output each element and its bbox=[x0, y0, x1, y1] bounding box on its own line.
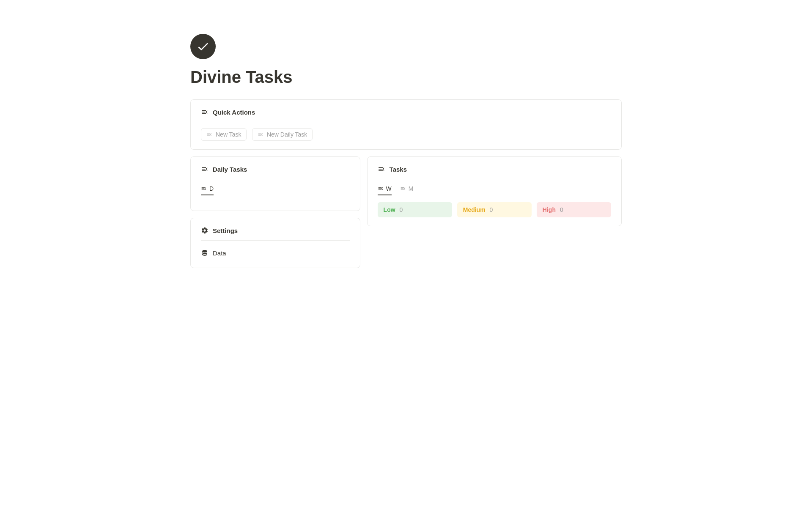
settings-card: Settings Data bbox=[190, 218, 360, 268]
tab-w-icon bbox=[378, 186, 384, 192]
tasks-header: Tasks bbox=[378, 165, 611, 179]
priority-medium-col: Medium 0 bbox=[457, 202, 532, 217]
priority-high-label: High bbox=[543, 206, 556, 213]
tab-w-label: W bbox=[386, 185, 392, 192]
tab-w[interactable]: W bbox=[378, 185, 392, 195]
priority-low-label: Low bbox=[384, 206, 395, 213]
quick-actions-card: Quick Actions New Task New Daily Task bbox=[190, 99, 622, 150]
daily-tasks-card: Daily Tasks D bbox=[190, 156, 360, 211]
priority-medium-count: 0 bbox=[490, 206, 493, 213]
daily-tasks-header: Daily Tasks bbox=[201, 165, 350, 179]
new-task-label: New Task bbox=[216, 131, 241, 138]
page-title: Divine Tasks bbox=[190, 68, 622, 87]
quick-actions-buttons: New Task New Daily Task bbox=[201, 128, 611, 141]
settings-icon bbox=[201, 227, 208, 234]
priority-low-col: Low 0 bbox=[378, 202, 452, 217]
check-icon bbox=[196, 40, 210, 53]
priority-low-count: 0 bbox=[400, 206, 403, 213]
tab-d-icon bbox=[201, 186, 207, 192]
new-daily-task-button[interactable]: New Daily Task bbox=[252, 128, 313, 141]
tab-d[interactable]: D bbox=[201, 185, 214, 195]
priority-medium-label: Medium bbox=[463, 206, 486, 213]
data-item[interactable]: Data bbox=[201, 247, 350, 259]
new-daily-task-icon bbox=[258, 132, 263, 137]
tab-d-label: D bbox=[209, 185, 214, 192]
left-column: Daily Tasks D Settings bbox=[190, 156, 360, 275]
tasks-label: Tasks bbox=[390, 166, 407, 173]
tab-m-icon bbox=[400, 186, 406, 192]
data-icon bbox=[201, 249, 208, 257]
app-icon bbox=[190, 34, 216, 59]
priority-columns: Low 0 Medium 0 High 0 bbox=[378, 202, 611, 217]
tab-m-label: M bbox=[409, 185, 414, 192]
tab-m[interactable]: M bbox=[400, 185, 414, 195]
priority-high-count: 0 bbox=[560, 206, 563, 213]
tasks-card: Tasks W M bbox=[367, 156, 622, 226]
data-label: Data bbox=[213, 249, 226, 257]
settings-header: Settings bbox=[201, 227, 350, 241]
priority-high-col: High 0 bbox=[537, 202, 611, 217]
new-task-button[interactable]: New Task bbox=[201, 128, 247, 141]
daily-tasks-icon bbox=[201, 165, 208, 173]
tasks-tabs: W M bbox=[378, 185, 611, 195]
quick-actions-label: Quick Actions bbox=[213, 109, 255, 116]
daily-tasks-tabs: D bbox=[201, 185, 350, 195]
main-grid: Daily Tasks D Settings bbox=[190, 156, 622, 275]
quick-actions-icon bbox=[201, 108, 208, 116]
new-task-icon bbox=[206, 132, 212, 137]
tasks-icon bbox=[378, 165, 385, 173]
right-column: Tasks W M bbox=[367, 156, 622, 275]
settings-label: Settings bbox=[213, 227, 238, 234]
daily-tasks-label: Daily Tasks bbox=[213, 166, 247, 173]
quick-actions-header: Quick Actions bbox=[201, 108, 611, 122]
new-daily-task-label: New Daily Task bbox=[267, 131, 307, 138]
